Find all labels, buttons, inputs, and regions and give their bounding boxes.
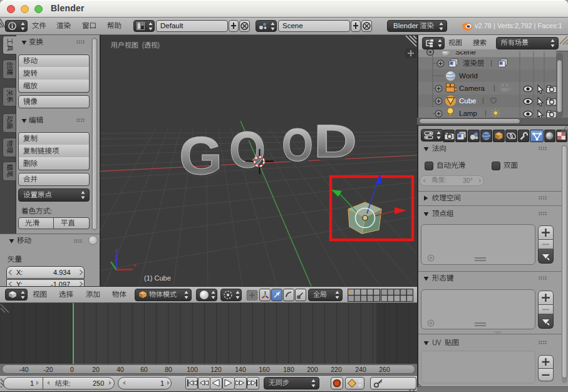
svg-text:z: z xyxy=(115,247,118,254)
svg-text:O: O xyxy=(282,119,313,171)
svg-text:D: D xyxy=(314,115,357,167)
svg-text:x: x xyxy=(133,262,137,268)
svg-text:G: G xyxy=(179,125,222,185)
